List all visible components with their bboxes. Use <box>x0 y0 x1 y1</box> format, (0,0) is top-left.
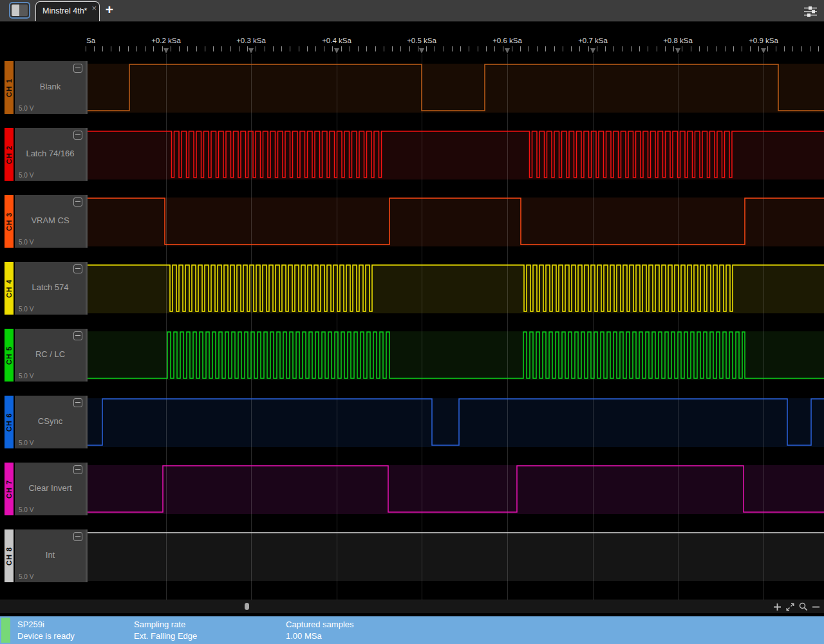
channel-panel-1[interactable]: Blank5.0 V <box>15 61 88 114</box>
channel-id-label: CH 4 <box>5 262 14 315</box>
channel-name: Blank <box>15 82 86 91</box>
channel-voltage: 5.0 V <box>19 239 33 246</box>
ruler-label-origin: Sa <box>86 37 95 44</box>
status-sampling-value: Ext. Falling Edge <box>134 630 197 642</box>
ruler-label: +0.2 kSa <box>151 37 181 44</box>
channel-voltage: 5.0 V <box>19 373 33 380</box>
fit-to-screen-icon[interactable] <box>786 602 795 611</box>
collapse-minus-icon[interactable] <box>73 331 82 340</box>
app-logo-icon[interactable] <box>9 2 30 19</box>
channel-color-bar-3[interactable]: CH 3 <box>5 195 14 248</box>
channel-name: Clear Invert <box>15 483 86 493</box>
ruler-label: +0.9 kSa <box>749 37 778 44</box>
waveform-canvas[interactable] <box>0 22 824 616</box>
collapse-minus-icon[interactable] <box>73 264 82 273</box>
channel-color-bar-7[interactable]: CH 7 <box>5 463 14 515</box>
magnifier-icon[interactable] <box>799 602 808 611</box>
app-logo-glyph <box>12 5 28 16</box>
zoom-out-icon[interactable] <box>812 602 821 611</box>
ruler-label: +0.4 kSa <box>322 37 351 44</box>
channel-tint-1 <box>86 64 824 113</box>
channel-panel-6[interactable]: CSync5.0 V <box>15 396 88 448</box>
tab-minstrel[interactable]: Minstrel 4th* × <box>35 1 100 21</box>
channel-voltage: 5.0 V <box>19 105 33 112</box>
channel-color-bar-8[interactable]: CH 8 <box>5 529 14 582</box>
channel-voltage: 5.0 V <box>19 573 33 580</box>
channel-color-bar-5[interactable]: CH 5 <box>5 329 14 382</box>
close-icon[interactable]: × <box>91 3 97 13</box>
channel-tint-8 <box>86 532 824 581</box>
collapse-minus-icon[interactable] <box>73 532 82 541</box>
collapse-minus-icon[interactable] <box>73 131 82 140</box>
ruler-label: +0.6 kSa <box>492 37 522 44</box>
ruler-label: +0.8 kSa <box>663 37 693 44</box>
ruler-label: +0.3 kSa <box>236 37 266 44</box>
ruler-label: +0.7 kSa <box>578 37 608 44</box>
channel-voltage: 5.0 V <box>19 172 33 179</box>
channel-id-label: CH 6 <box>5 396 14 448</box>
tab-bar: Minstrel 4th* × + <box>0 0 824 22</box>
channel-tint-7 <box>86 465 824 514</box>
plot-area: Sa+0.2 kSa+0.3 kSa+0.4 kSa+0.5 kSa+0.6 k… <box>0 22 824 616</box>
channel-voltage: 5.0 V <box>19 439 33 446</box>
collapse-minus-icon[interactable] <box>73 398 82 407</box>
channel-name: VRAM CS <box>15 216 86 225</box>
channel-color-bar-4[interactable]: CH 4 <box>5 262 14 315</box>
channel-tint-6 <box>86 398 824 447</box>
channel-id-label: CH 1 <box>5 61 14 114</box>
channel-id-label: CH 8 <box>5 529 14 582</box>
new-tab-button[interactable]: + <box>103 2 116 17</box>
channel-panel-3[interactable]: VRAM CS5.0 V <box>15 195 88 248</box>
status-samples-label: Captured samples <box>286 619 354 630</box>
channel-name: Int <box>15 550 86 560</box>
collapse-minus-icon[interactable] <box>73 64 82 73</box>
channel-name: Latch 574 <box>15 282 86 292</box>
status-device-name: SP259i <box>17 619 75 630</box>
ruler-label: +0.5 kSa <box>407 37 436 44</box>
status-sampling: Sampling rate Ext. Falling Edge <box>134 619 197 642</box>
channel-name: CSync <box>15 416 86 426</box>
channel-panel-4[interactable]: Latch 5745.0 V <box>15 262 88 315</box>
status-device: SP259i Device is ready <box>17 619 75 642</box>
collapse-minus-icon[interactable] <box>73 465 82 474</box>
timeline-ruler[interactable]: Sa+0.2 kSa+0.3 kSa+0.4 kSa+0.5 kSa+0.6 k… <box>0 22 824 60</box>
channel-id-label: CH 5 <box>5 329 14 382</box>
channel-voltage: 5.0 V <box>19 506 33 513</box>
channel-id-label: CH 3 <box>5 195 14 248</box>
horizontal-scrollbar[interactable] <box>0 600 824 613</box>
channel-name: RC / LC <box>15 349 86 359</box>
channel-id-label: CH 7 <box>5 463 14 515</box>
collapse-minus-icon[interactable] <box>73 198 82 207</box>
status-device-state: Device is ready <box>17 630 75 642</box>
device-ready-indicator <box>1 618 10 643</box>
status-samples-value: 1.00 MSa <box>286 630 354 642</box>
channel-panel-8[interactable]: Int5.0 V <box>15 529 88 582</box>
tab-title: Minstrel 4th* <box>42 6 87 15</box>
channel-id-label: CH 2 <box>5 128 14 181</box>
channel-panel-7[interactable]: Clear Invert5.0 V <box>15 463 88 515</box>
channel-panel-5[interactable]: RC / LC5.0 V <box>15 329 88 382</box>
channel-color-bar-6[interactable]: CH 6 <box>5 396 14 448</box>
channel-color-bar-1[interactable]: CH 1 <box>5 61 14 114</box>
status-sampling-label: Sampling rate <box>134 619 197 630</box>
channel-color-bar-2[interactable]: CH 2 <box>5 128 14 181</box>
zoom-in-icon[interactable] <box>773 602 782 611</box>
status-bar: SP259i Device is ready Sampling rate Ext… <box>0 616 824 644</box>
scrollbar-thumb[interactable] <box>245 603 249 610</box>
app-window: Minstrel 4th* × + Sa+0.2 kSa+0.3 kSa+0.4… <box>0 0 824 644</box>
channel-panel-2[interactable]: Latch 74/1665.0 V <box>15 128 88 181</box>
channel-voltage: 5.0 V <box>19 306 33 313</box>
settings-sliders-icon[interactable] <box>803 6 818 17</box>
channel-name: Latch 74/166 <box>15 149 86 158</box>
status-samples: Captured samples 1.00 MSa <box>286 619 354 642</box>
channel-tint-3 <box>86 198 824 246</box>
